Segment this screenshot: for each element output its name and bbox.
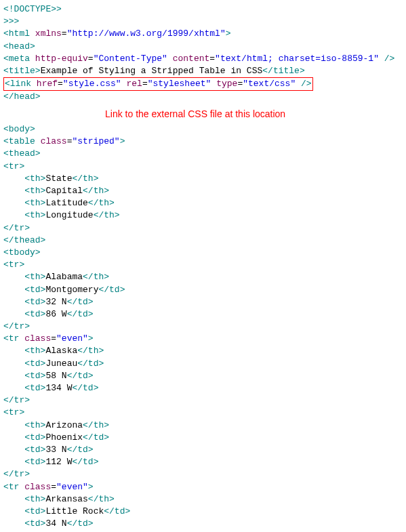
highlight-box: <link href="style.css" rel="stylesheet" … [3, 77, 313, 91]
title-line: <title>Example of Styling a Stripped Tab… [3, 65, 403, 77]
tag: <html xmlns="http://www.w3.org/1999/xhtm… [3, 28, 231, 39]
table-cell: <td>112 W</td> [3, 456, 403, 468]
annotation-text: Link to the external CSS file at this lo… [105, 108, 403, 121]
html-open: <html xmlns="http://www.w3.org/1999/xhtm… [3, 28, 403, 40]
tr-open-even: <tr class="even"> [3, 333, 403, 345]
tag-open: <title> [3, 66, 41, 76]
meta-tag: <meta http-equiv="Content-Type" content=… [3, 53, 403, 65]
thead-open: <thead> [3, 148, 403, 160]
tag: <thead> [3, 148, 41, 159]
th-row: <th>Latitude</th> [3, 197, 403, 209]
table-cell: <th>Arkansas</th> [3, 493, 403, 506]
code-text: <!DOCTYPE>> [3, 4, 62, 14]
tag: <meta http-equiv="Content-Type" content=… [3, 54, 394, 64]
table-cell: <th>Alaska</th> [3, 345, 403, 357]
th-row: <th>State</th> [3, 173, 403, 185]
table-cell: <td>Montgomery</td> [3, 284, 403, 296]
title-text: Example of Styling a Stripped Table in C… [41, 66, 263, 76]
table-open: <table class="striped"> [3, 136, 403, 148]
tr-close: </tr> [3, 394, 403, 407]
table-cell: <td>Phoenix</td> [3, 432, 403, 444]
tr-open: <tr> [3, 407, 403, 419]
tbody-open: <tbody> [3, 247, 403, 259]
table-cell: <td>33 N</td> [3, 444, 403, 456]
table-cell: <td>34 N</td> [3, 518, 403, 530]
body-open: <body> [3, 123, 403, 136]
table-cell: <th>Arizona</th> [3, 420, 403, 432]
link-line: <link href="style.css" rel="stylesheet" … [3, 77, 403, 91]
tag: <table class="striped"> [3, 136, 125, 146]
tr-open: <tr> [3, 161, 403, 173]
tag: <head> [3, 41, 35, 52]
head-open: <head> [3, 41, 403, 53]
table-cell: <td>58 N</td> [3, 370, 403, 382]
table-cell: <td>86 W</td> [3, 308, 403, 321]
code-text: >>> [3, 16, 19, 26]
table-cell: <th>Alabama</th> [3, 271, 403, 283]
th-row: <th>Longitude</th> [3, 209, 403, 222]
table-cell: <td>Little Rock</td> [3, 506, 403, 518]
tag-close: </title> [262, 66, 304, 76]
tr-close: </tr> [3, 468, 403, 480]
tag: <body> [3, 124, 35, 134]
head-close: </head> [3, 91, 403, 103]
tag: </head> [3, 91, 41, 102]
tr-close: </tr> [3, 321, 403, 333]
thead-close: </thead> [3, 234, 403, 247]
table-cell: <td>32 N</td> [3, 296, 403, 308]
table-cell: <td>Juneau</td> [3, 358, 403, 370]
tag: <tr> [3, 161, 24, 171]
doctype-line-2: >>> [3, 16, 403, 28]
th-row: <th>Capital</th> [3, 185, 403, 197]
tr-open: <tr> [3, 259, 403, 271]
tr-open-even: <tr class="even"> [3, 481, 403, 493]
doctype-line-1: <!DOCTYPE>> [3, 3, 403, 16]
tr-close: </tr> [3, 222, 403, 234]
table-cell: <td>134 W</td> [3, 382, 403, 394]
link-tag: <link href="style.css" rel="stylesheet" … [5, 79, 312, 89]
